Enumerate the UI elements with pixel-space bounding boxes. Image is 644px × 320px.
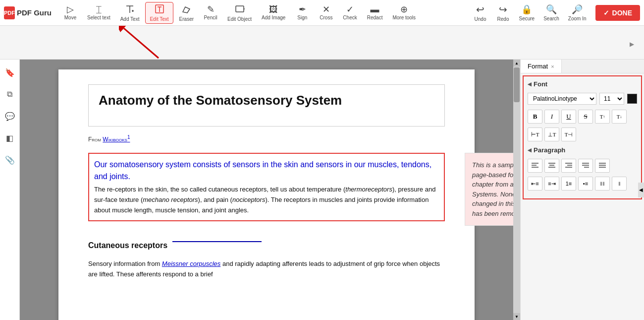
strikethrough-button[interactable]: S bbox=[578, 110, 593, 124]
sign-tool[interactable]: ✒ Sign bbox=[291, 2, 313, 24]
list-numbered-button[interactable]: 1≡ bbox=[561, 177, 576, 191]
columns-2-button[interactable]: ⫴⫴ bbox=[595, 177, 610, 191]
font-size-select[interactable]: 11 bbox=[599, 93, 624, 105]
columns-full-button[interactable]: ⫴ bbox=[612, 177, 627, 191]
thermoreceptors-italic: thermoreceptors bbox=[345, 186, 392, 193]
edit-object-tool[interactable]: Edit Object bbox=[223, 2, 256, 24]
search-label: Search bbox=[543, 16, 559, 21]
add-text-tool[interactable]: Add Text bbox=[116, 2, 144, 24]
underline-button[interactable]: U bbox=[561, 110, 576, 124]
select-text-icon: ⌶ bbox=[96, 5, 102, 14]
check-tool[interactable]: ✓ Check bbox=[339, 2, 361, 24]
text-sub-left-button[interactable]: ⊢T bbox=[528, 128, 542, 141]
more-tools-icon: ⊕ bbox=[400, 5, 408, 14]
redo-button[interactable]: ↪ Redo bbox=[492, 2, 514, 24]
scroll-thumb[interactable] bbox=[514, 67, 520, 102]
cross-tool[interactable]: ✕ Cross bbox=[315, 2, 337, 24]
mechano-italic: mechano receptors bbox=[143, 196, 198, 203]
from-text: From bbox=[88, 136, 101, 143]
align-justify-button[interactable] bbox=[595, 159, 610, 173]
scroll-track[interactable] bbox=[513, 66, 520, 313]
redact-tool[interactable]: ▬ Redact bbox=[363, 2, 387, 24]
format-tab-label: Format bbox=[528, 63, 548, 70]
font-section-label: Font bbox=[534, 80, 547, 88]
edit-text-label: Edit Text bbox=[150, 16, 168, 22]
edit-text-icon bbox=[155, 4, 164, 15]
section-underline bbox=[172, 241, 262, 242]
close-tab-icon[interactable]: × bbox=[551, 64, 554, 69]
left-sidebar: 🔖 ⧉ 💬 ◧ 📎 bbox=[0, 60, 20, 320]
paragraph-collapse-icon[interactable]: ◀ bbox=[528, 147, 532, 153]
pages-icon[interactable]: ⧉ bbox=[3, 87, 17, 101]
pencil-tool[interactable]: ✎ Pencil bbox=[200, 2, 221, 24]
superscript-button[interactable]: T↑ bbox=[595, 110, 610, 124]
sign-label: Sign bbox=[297, 15, 307, 20]
align-left-button[interactable] bbox=[528, 159, 542, 173]
nav-arrow-right[interactable]: ▶ bbox=[630, 41, 634, 48]
done-button[interactable]: ✓ DONE bbox=[595, 5, 640, 21]
bookmark-icon[interactable]: 🔖 bbox=[3, 65, 17, 79]
app-logo: PDF PDF Guru bbox=[4, 6, 52, 19]
pencil-label: Pencil bbox=[204, 15, 217, 20]
highlighted-text-box: Our somatosensory system consists of sen… bbox=[88, 153, 445, 221]
indent-decrease-button[interactable]: ⇤≡ bbox=[528, 177, 542, 191]
pdf-scroll-area[interactable]: Anatomy of the Somatosensory System From… bbox=[20, 60, 513, 320]
italic-button[interactable]: I bbox=[544, 110, 559, 124]
eraser-tool[interactable]: Eraser bbox=[175, 2, 198, 24]
paragraph-section-header: ◀ Paragraph bbox=[528, 146, 637, 154]
redact-icon: ▬ bbox=[371, 5, 379, 14]
from-line: From Wikibooks1 bbox=[88, 134, 445, 143]
svg-rect-7 bbox=[236, 6, 244, 12]
text-section: Our somatosensory system consists of sen… bbox=[88, 153, 445, 221]
meissner-link[interactable]: Meissner corpuscles bbox=[162, 260, 221, 267]
text-sub-right-button[interactable]: T⊣ bbox=[561, 128, 576, 141]
bold-button[interactable]: B bbox=[528, 110, 542, 124]
font-controls: PalatinoLinotype 11 bbox=[528, 93, 637, 105]
font-color-picker[interactable] bbox=[627, 94, 637, 104]
panel-collapse-button[interactable]: ◀ bbox=[638, 183, 644, 197]
undo-button[interactable]: ↩ Undo bbox=[469, 2, 491, 24]
font-family-select[interactable]: PalatinoLinotype bbox=[528, 93, 596, 105]
content-wrapper: Anatomy of the Somatosensory System From… bbox=[20, 60, 520, 320]
align-justify-right-button[interactable] bbox=[578, 159, 593, 173]
more-tools-tool[interactable]: ⊕ More tools bbox=[388, 2, 420, 24]
font-collapse-icon[interactable]: ◀ bbox=[528, 81, 532, 87]
undo-icon: ↩ bbox=[476, 3, 484, 15]
zoom-in-button[interactable]: 🔎 Zoom In bbox=[564, 2, 590, 24]
list-bullet-button[interactable]: •≡ bbox=[578, 177, 593, 191]
done-label: DONE bbox=[612, 9, 632, 17]
attachments-icon[interactable]: 📎 bbox=[3, 153, 17, 167]
scroll-up-button[interactable]: ▲ bbox=[513, 60, 520, 66]
add-image-tool[interactable]: 🖼 Add Image bbox=[258, 2, 289, 24]
align-center-button[interactable] bbox=[544, 159, 559, 173]
format-buttons-row2: ⊢T ⊥T T⊣ bbox=[528, 128, 637, 141]
right-toolbar: ↩ Undo ↪ Redo 🔒 Secure 🔍 Search 🔎 Zoom I… bbox=[469, 2, 640, 24]
comments-icon[interactable]: 💬 bbox=[3, 109, 17, 123]
search-button[interactable]: 🔍 Search bbox=[539, 2, 563, 24]
body-text-2: Sensory information from Meissner corpus… bbox=[88, 259, 445, 280]
edit-text-tool[interactable]: Edit Text bbox=[145, 2, 173, 24]
wikibooks-link[interactable]: Wikibooks1 bbox=[103, 136, 130, 143]
format-buttons-row1: B I U S T↑ T↓ bbox=[528, 110, 637, 124]
annotation-bar: ▶ bbox=[0, 26, 644, 60]
paragraph-section-label: Paragraph bbox=[534, 146, 565, 154]
edit-object-icon bbox=[235, 4, 245, 15]
subscript-button[interactable]: T↓ bbox=[612, 110, 627, 124]
align-right-button[interactable] bbox=[561, 159, 576, 173]
format-options: ◀ Font PalatinoLinotype 11 B I U S T↑ T↓ bbox=[523, 75, 642, 199]
format-panel: Format × ◀ Font PalatinoLinotype 11 bbox=[520, 60, 644, 320]
content-scrollbar: ▲ ▼ bbox=[513, 60, 520, 320]
indent-increase-button[interactable]: ≡⇥ bbox=[544, 177, 559, 191]
scroll-down-button[interactable]: ▼ bbox=[513, 313, 520, 320]
text-center-v-button[interactable]: ⊥T bbox=[544, 128, 559, 141]
format-tab[interactable]: Format × bbox=[521, 60, 562, 73]
move-tool[interactable]: ▷ Move bbox=[59, 2, 81, 24]
zoom-in-icon: 🔎 bbox=[572, 4, 583, 15]
eraser-icon bbox=[181, 4, 191, 15]
check-label: Check bbox=[343, 15, 357, 20]
zoom-in-label: Zoom In bbox=[568, 16, 587, 21]
secure-button[interactable]: 🔒 Secure bbox=[515, 2, 538, 24]
select-text-tool[interactable]: ⌶ Select text bbox=[83, 2, 114, 24]
check-icon: ✓ bbox=[346, 5, 354, 14]
layers-icon[interactable]: ◧ bbox=[3, 131, 17, 145]
